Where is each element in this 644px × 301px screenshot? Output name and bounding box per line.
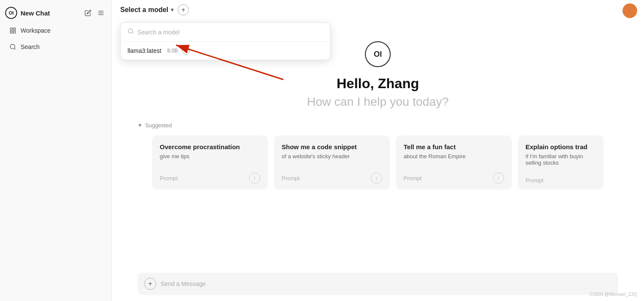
watermark: CSDN @Michael_ZJQ bbox=[590, 292, 637, 297]
model-selector[interactable]: Select a model ▾ bbox=[120, 6, 173, 14]
card-prompt-label-3: Prompt bbox=[526, 177, 544, 184]
greeting-title: Hello, Zhang bbox=[337, 76, 419, 92]
card-prompt-label-0: Prompt bbox=[160, 175, 178, 181]
brand-logo: OI bbox=[5, 7, 17, 19]
message-input-container: + bbox=[137, 273, 618, 295]
sidebar: OI New Chat bbox=[0, 0, 112, 301]
card-send-button-2[interactable]: ↑ bbox=[493, 172, 504, 184]
prompt-card-2[interactable]: Tell me a fun fact about the Roman Empir… bbox=[396, 135, 512, 190]
svg-rect-5 bbox=[10, 31, 12, 33]
add-model-button[interactable]: + bbox=[178, 4, 189, 15]
card-prompt-label-2: Prompt bbox=[404, 175, 422, 181]
info-icon[interactable]: i bbox=[182, 47, 190, 55]
suggested-section-label: ✦ Suggested bbox=[137, 122, 172, 129]
sidebar-item-workspace[interactable]: Workspace bbox=[3, 23, 109, 38]
model-dropdown: llama3:latest 8.0B i bbox=[120, 22, 331, 60]
workspace-label: Workspace bbox=[21, 27, 51, 34]
card-subtitle-1: of a website's sticky header bbox=[282, 153, 382, 160]
card-footer-3: Prompt bbox=[526, 177, 596, 184]
new-chat-icon-button[interactable] bbox=[83, 8, 93, 18]
model-size: 8.0B bbox=[167, 48, 178, 54]
prompt-card-1[interactable]: Show me a code snippet of a website's st… bbox=[274, 135, 390, 190]
spark-icon: ✦ bbox=[137, 122, 143, 129]
card-title-0: Overcome procrastination bbox=[160, 143, 260, 150]
card-subtitle-0: give me tips bbox=[160, 153, 260, 160]
center-content: OI Hello, Zhang How can I help you today… bbox=[112, 20, 644, 301]
dropdown-search-container bbox=[121, 23, 330, 42]
model-selector-label: Select a model bbox=[120, 6, 168, 14]
prompt-card-3[interactable]: Explain options trad if I'm familiar wit… bbox=[518, 135, 604, 190]
card-send-button-0[interactable]: ↑ bbox=[249, 172, 260, 184]
svg-point-8 bbox=[128, 29, 133, 33]
card-send-button-1[interactable]: ↑ bbox=[371, 172, 382, 184]
message-input[interactable] bbox=[161, 280, 611, 287]
search-icon bbox=[128, 28, 134, 36]
topbar: Select a model ▾ + bbox=[112, 0, 644, 20]
attach-button[interactable]: + bbox=[144, 278, 156, 290]
card-subtitle-2: about the Roman Empire bbox=[404, 153, 504, 160]
sidebar-header: OI New Chat bbox=[0, 3, 111, 22]
card-title-1: Show me a code snippet bbox=[282, 143, 382, 150]
model-search-input[interactable] bbox=[137, 29, 323, 36]
card-footer-1: Prompt ↑ bbox=[282, 172, 382, 184]
chevron-down-icon: ▾ bbox=[171, 7, 173, 13]
card-prompt-label-1: Prompt bbox=[282, 175, 300, 181]
menu-icon-button[interactable] bbox=[96, 8, 106, 18]
card-title-3: Explain options trad bbox=[526, 143, 596, 150]
bottom-bar: + bbox=[112, 267, 644, 301]
svg-point-7 bbox=[10, 44, 15, 49]
greeting-subtitle: How can I help you today? bbox=[307, 95, 449, 109]
prompt-card-0[interactable]: Overcome procrastination give me tips Pr… bbox=[152, 135, 268, 190]
model-list-item[interactable]: llama3:latest 8.0B i bbox=[121, 42, 330, 60]
brand-title: New Chat bbox=[21, 9, 50, 17]
card-footer-2: Prompt ↑ bbox=[404, 172, 504, 184]
svg-rect-6 bbox=[13, 31, 15, 33]
search-icon bbox=[9, 43, 16, 50]
card-footer-0: Prompt ↑ bbox=[160, 172, 260, 184]
sidebar-item-search[interactable]: Search bbox=[3, 39, 109, 55]
svg-rect-3 bbox=[10, 28, 12, 30]
main-content: Select a model ▾ + llama3:latest 8.0B i bbox=[112, 0, 644, 301]
sidebar-actions bbox=[83, 8, 106, 18]
svg-rect-4 bbox=[13, 28, 15, 30]
card-subtitle-3: if I'm familiar with buyin selling stock… bbox=[526, 153, 596, 166]
model-name: llama3:latest bbox=[128, 47, 161, 54]
grid-icon bbox=[9, 27, 16, 34]
sidebar-brand: OI New Chat bbox=[5, 7, 50, 19]
app-logo: OI bbox=[365, 41, 391, 67]
prompt-cards-container: Overcome procrastination give me tips Pr… bbox=[126, 135, 629, 190]
search-label: Search bbox=[21, 43, 39, 50]
card-title-2: Tell me a fun fact bbox=[404, 143, 504, 150]
